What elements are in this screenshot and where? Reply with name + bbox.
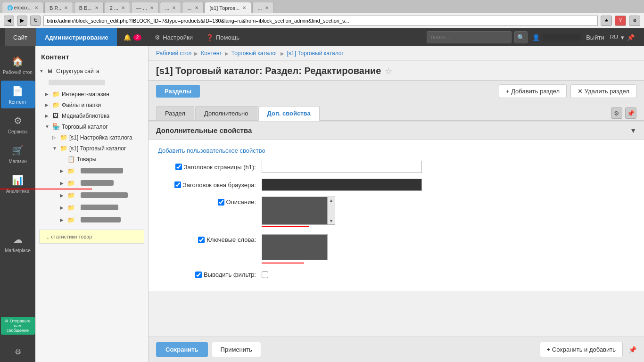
tree-item-internet-shop[interactable]: ▶ 📁 Интернет-магазин [35, 89, 148, 99]
tab-label-2: В Р... [50, 5, 61, 11]
sidebar-item-desktop[interactable]: 🏠 Рабочий стол [1, 51, 35, 79]
tab-close-2[interactable]: ✕ [64, 5, 68, 10]
search-input[interactable] [427, 31, 512, 43]
tree-item-sub5[interactable]: ▶ 📁 [35, 214, 148, 226]
tab-close-active[interactable]: ✕ [242, 5, 246, 10]
save-pin-icon[interactable]: 📌 [628, 346, 636, 354]
search-btn[interactable]: 🔍 [514, 31, 528, 43]
sidebar-item-shop[interactable]: 🛒 Магазин [1, 140, 35, 168]
tab-close-5[interactable]: ✕ [150, 5, 154, 10]
collapse-icon[interactable]: ▼ [630, 127, 636, 134]
tab-close-1[interactable]: ✕ [34, 5, 38, 10]
tab-label-6: ... [165, 5, 169, 11]
tree-item-sub1[interactable]: ▶ 📁 [35, 165, 148, 177]
bookmark-btn[interactable]: ★ [601, 16, 612, 26]
address-input[interactable] [43, 16, 598, 26]
tab-6[interactable]: ... ✕ [160, 2, 181, 13]
tab-razdel[interactable]: Раздел [156, 106, 194, 120]
tab-dopolnitelno[interactable]: Дополнительно [195, 106, 257, 120]
sidebar-settings[interactable]: ⚙ [1, 341, 35, 362]
lang-btn[interactable]: RU [610, 34, 618, 41]
add-section-btn[interactable]: + Добавить раздел [499, 84, 567, 98]
tree-item-site-structure[interactable]: ▼ 🖥 Структура сайта [35, 66, 148, 76]
tab-1[interactable]: 🌐 ercxxx... ✕ [2, 2, 43, 13]
tree-item-s1-catalog[interactable]: ▼ 📁 [s1] Торговый каталог [35, 143, 148, 154]
checkbox-description[interactable] [218, 199, 224, 206]
logout-btn[interactable]: Выйти [583, 34, 607, 41]
tree-item-files[interactable]: ▶ 📁 Файлы и папки [35, 99, 148, 110]
sidebar-item-analytics[interactable]: 📊 Аналитика [1, 170, 35, 197]
checkbox-filter-value[interactable] [262, 272, 268, 278]
input-browser-title[interactable] [262, 179, 422, 191]
breadcrumb-catalog[interactable]: Торговый каталог [231, 50, 278, 57]
sidebar-item-content[interactable]: 📄 Контент [1, 81, 35, 108]
nav-settings[interactable]: ⚙ Настройки [148, 28, 199, 46]
tree-item-s1-settings[interactable]: ▷ 📁 [s1] Настройка каталога [35, 132, 148, 143]
tree-placeholder-1 [35, 76, 148, 89]
tab-close-9[interactable]: ✕ [265, 5, 269, 10]
sidebar-item-services[interactable]: ⚙ Сервисы [1, 110, 35, 138]
pin-icon[interactable]: 📌 [627, 34, 635, 41]
tab-7[interactable]: ... ✕ [182, 2, 203, 13]
checkbox-filter-label[interactable] [195, 272, 202, 278]
tab-close-6[interactable]: ✕ [172, 5, 176, 10]
send-message-btn[interactable]: ✉ Отправьте нам сообщение [1, 317, 35, 335]
sub1-icon: 📁 [67, 167, 75, 174]
reload-btn[interactable]: ↻ [30, 16, 41, 26]
nav-admin[interactable]: Администрирование [36, 28, 117, 46]
tab-label-9: ... [257, 5, 262, 11]
tab-2[interactable]: В Р... ✕ [44, 2, 73, 13]
nav-notifications[interactable]: 🔔 2 [117, 28, 149, 46]
tab-5[interactable]: — ... ✕ [131, 2, 159, 13]
breadcrumb-desktop[interactable]: Рабочий стол [156, 50, 191, 57]
input-h1[interactable] [262, 161, 422, 173]
top-navbar: Сайт Администрирование 🔔 2 ⚙ Настройки ❓… [0, 28, 644, 46]
desc-underline [262, 226, 309, 227]
tree-item-catalog[interactable]: ▼ 🏪 Торговый каталог [35, 121, 148, 132]
tab-settings-icon[interactable]: ⚙ [611, 107, 622, 119]
sidebar-label-analytics: Аналитика [6, 189, 30, 194]
checkbox-h1[interactable] [175, 164, 182, 170]
scroll-down-icon[interactable]: ▼ [329, 219, 333, 223]
apply-btn[interactable]: Применить [212, 342, 261, 357]
scroll-up-icon[interactable]: ▲ [329, 198, 333, 203]
tab-9[interactable]: ... ✕ [252, 2, 273, 13]
description-scrollbar[interactable]: ▲ ▼ [328, 197, 335, 225]
nav-site[interactable]: Сайт [5, 28, 36, 46]
tree-item-media[interactable]: ▶ 🖼 Медиабиблиотека [35, 110, 148, 121]
tab-close-3[interactable]: ✕ [95, 5, 99, 10]
sidebar-item-marketplace[interactable]: ☁ Marketplace [1, 229, 35, 257]
tree-item-goods[interactable]: ▶ 📋 Товары [35, 154, 148, 165]
textarea-keywords[interactable] [262, 234, 328, 260]
save-btn[interactable]: Сохранить [156, 342, 208, 357]
tree-item-sub4[interactable]: ▶ 📁 [35, 201, 148, 214]
breadcrumb-content[interactable]: Контент [201, 50, 222, 57]
textarea-description[interactable] [262, 197, 328, 225]
sub3-icon: 📁 [67, 192, 75, 199]
tab-3[interactable]: В Б... ✕ [74, 2, 104, 13]
tab-label-4: 2 ... [110, 5, 118, 11]
razd-btn[interactable]: Разделы [156, 85, 200, 98]
breadcrumb-s1catalog[interactable]: [s1] Торговый каталог [287, 50, 344, 57]
tab-close-4[interactable]: ✕ [121, 5, 125, 10]
checkbox-keywords[interactable] [198, 237, 205, 243]
nav-help[interactable]: ❓ Помощь [199, 28, 246, 46]
forward-btn[interactable]: ▶ [17, 16, 27, 26]
del-section-btn[interactable]: ✕ Удалить раздел [570, 84, 636, 98]
back-btn[interactable]: ◀ [4, 16, 14, 26]
add-property-link[interactable]: Добавить пользовательское свойство [158, 147, 265, 154]
star-icon[interactable]: ☆ [385, 66, 392, 76]
tab-4[interactable]: 2 ... ✕ [105, 2, 130, 13]
tab-label-active: [s1] Торгов... [210, 5, 240, 11]
tab-dop-svoistva[interactable]: Доп. свойства [258, 106, 320, 121]
tab-close-7[interactable]: ✕ [195, 5, 198, 10]
checkbox-browser-title[interactable] [174, 181, 181, 188]
tab-active[interactable]: [s1] Торгов... ✕ [205, 2, 252, 13]
tab-pin-icon[interactable]: 📌 [625, 107, 636, 119]
tree-item-sub2[interactable]: ▶ 📁 [35, 177, 148, 189]
ext-btn-2[interactable]: ⚙ [629, 16, 640, 26]
tree-item-sub3[interactable]: ▶ 📁 [35, 189, 148, 201]
ext-btn-1[interactable]: Y [615, 16, 626, 26]
tree-arrow-sub5: ▶ [60, 217, 66, 222]
save-add-btn[interactable]: + Сохранить и добавить [540, 342, 623, 357]
